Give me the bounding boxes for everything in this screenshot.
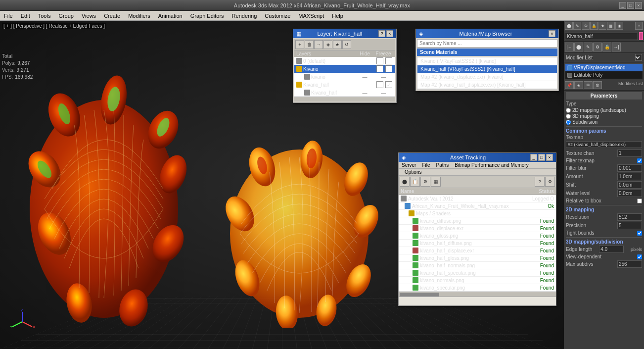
asset-item-half-normals[interactable]: kivano_half_normals.png Found — [399, 262, 556, 269]
asset-submenu-options[interactable]: Options — [402, 169, 424, 175]
asset-menu-server[interactable]: Server — [399, 162, 419, 168]
asset-item-half-displace[interactable]: kivano_half_displace.exr Found — [399, 247, 556, 254]
layer-item-default[interactable]: 0 (default) — [294, 57, 395, 65]
material-panel-controls[interactable]: × — [549, 30, 555, 37]
layer-freeze-kivano[interactable] — [385, 65, 392, 72]
asset-btn-4[interactable]: ▦ — [431, 177, 441, 187]
filter-texmap-checkbox[interactable] — [637, 158, 642, 163]
layer-delete-btn[interactable]: 🗑 — [305, 40, 314, 49]
texture-chan-input[interactable] — [617, 150, 642, 157]
asset-menu-bitmap[interactable]: Bitmap Performance and Memory — [452, 162, 532, 168]
rp-tb-3[interactable]: ✎ — [584, 43, 593, 51]
window-controls[interactable]: _ □ × — [619, 2, 642, 9]
object-color-swatch[interactable] — [639, 32, 643, 40]
layer-item-half[interactable]: Kivano_half ✓ — [294, 81, 395, 89]
menu-create[interactable]: Create — [100, 11, 124, 20]
layer-item-kivano[interactable]: Kivano — [294, 65, 395, 73]
layer-refresh-btn[interactable]: ↺ — [342, 40, 351, 49]
asset-menu-file[interactable]: File — [419, 162, 433, 168]
asset-item-gloss[interactable]: kivano_gloss.png Found — [399, 232, 556, 240]
rp-icon-6[interactable]: ▦ — [607, 22, 615, 30]
menu-modifiers[interactable]: Modifiers — [124, 11, 154, 20]
rp-icon-2[interactable]: ✎ — [573, 22, 581, 30]
asset-menu-paths[interactable]: Paths — [433, 162, 452, 168]
filter-blur-input[interactable] — [617, 164, 642, 172]
asset-btn-3[interactable]: ⚙ — [420, 177, 430, 187]
asset-btn-help[interactable]: ? — [535, 177, 545, 187]
menu-views[interactable]: Views — [78, 11, 100, 20]
modifier-list-dropdown[interactable]: ▼ — [635, 54, 642, 61]
layer-freeze-half[interactable]: ✓ — [385, 81, 392, 88]
rp-icon-3[interactable]: ⚙ — [582, 22, 590, 30]
edge-length-input[interactable] — [599, 246, 624, 253]
asset-item-max[interactable]: African_Kivano_Fruit_Whole_Half_vray.max… — [399, 202, 556, 210]
material-panel-title-bar[interactable]: ◈ Material/Map Browser × — [416, 29, 558, 38]
precision-input[interactable] — [617, 222, 642, 229]
type-subdiv-input[interactable] — [566, 120, 571, 125]
material-item-3[interactable]: Map #2 (kivano_displace.exr) [kivano] — [417, 73, 557, 81]
asset-item-half-gloss[interactable]: kivano_half_gloss.png Found — [399, 254, 556, 262]
amount-input[interactable] — [617, 173, 642, 180]
minimize-button[interactable]: _ — [619, 2, 626, 9]
layer-hide-half[interactable] — [376, 81, 383, 88]
menu-graph-editors[interactable]: Graph Editors — [186, 11, 228, 20]
layer-panel-controls[interactable]: ? × — [378, 30, 393, 37]
layer-item-half-obj[interactable]: Kivano_half — — — [294, 89, 395, 97]
close-button[interactable]: × — [635, 2, 642, 9]
menu-help[interactable]: Help — [328, 11, 347, 20]
rp-icon-5[interactable]: ★ — [598, 22, 606, 30]
menu-animation[interactable]: Animation — [154, 11, 186, 20]
asset-btn-2[interactable]: 📋 — [410, 177, 420, 187]
menu-rendering[interactable]: Rendering — [228, 11, 261, 20]
asset-item-specular[interactable]: kivano_specular.png Found — [399, 284, 556, 292]
asset-item-diffuse[interactable]: kivano_diffuse.png Found — [399, 217, 556, 225]
layer-current-btn[interactable]: ★ — [333, 40, 342, 49]
asset-panel-close-btn[interactable]: × — [546, 154, 553, 161]
menu-maxscript[interactable]: MAXScript — [294, 11, 328, 20]
asset-item-normals[interactable]: kivano_normals.png Found — [399, 277, 556, 284]
rp-icon-1[interactable]: ⬤ — [565, 22, 573, 30]
max-subdivs-input[interactable] — [617, 260, 642, 268]
rp-icon-8[interactable]: ? — [635, 22, 643, 30]
modifier-item-vray[interactable]: VRayDisplacementMod — [565, 64, 643, 71]
stack-delete-btn[interactable]: 🗑 — [593, 81, 602, 89]
menu-group[interactable]: Group — [54, 11, 78, 20]
layer-new-btn[interactable]: + — [295, 40, 304, 49]
asset-btn-settings[interactable]: ⚙ — [545, 177, 555, 187]
menu-file[interactable]: File — [0, 11, 17, 20]
menu-tools[interactable]: Tools — [34, 11, 55, 20]
rp-tb-1[interactable]: |← — [565, 43, 574, 51]
resolution-input[interactable] — [617, 213, 642, 221]
asset-panel-title-bar[interactable]: ◈ Asset Tracking _ □ × — [399, 153, 556, 162]
asset-panel-controls[interactable]: _ □ × — [530, 154, 553, 161]
layer-panel-title-bar[interactable]: ▦ Layer: Kivano_half ? × — [293, 29, 396, 38]
type-2d-radio[interactable]: 2D mapping (landscape) — [566, 107, 642, 113]
layer-hide-kivano[interactable] — [376, 65, 383, 72]
shift-input[interactable] — [617, 181, 642, 189]
layer-add-selection-btn[interactable]: → — [314, 40, 323, 49]
layer-panel-help-btn[interactable]: ? — [378, 30, 385, 37]
view-dependent-checkbox[interactable] — [637, 254, 642, 259]
asset-item-maps[interactable]: Maps / Shaders — [399, 210, 556, 217]
rp-tb-5[interactable]: 🔒 — [602, 43, 611, 51]
asset-item-vault[interactable]: Autodesk Vault 2012 Logged O — [399, 195, 556, 202]
material-item-2[interactable]: Kivano_half (VRayFastSSS2) [Kivano_half] — [417, 65, 557, 73]
material-item-4[interactable]: Map #2 (kivano_half_displace.exr) [Kivan… — [417, 81, 557, 89]
asset-panel-min-btn[interactable]: _ — [530, 154, 537, 161]
asset-item-half-specular[interactable]: kivano_half_specular.png Found — [399, 269, 556, 277]
relative-bbox-checkbox[interactable] — [637, 199, 642, 203]
rp-tb-6[interactable]: →| — [612, 43, 621, 51]
material-search-input[interactable] — [417, 39, 557, 48]
type-subdiv-radio[interactable]: Subdivision — [566, 119, 642, 125]
rp-tb-2[interactable]: ⬤ — [574, 43, 583, 51]
menu-edit[interactable]: Edit — [17, 11, 34, 20]
material-item-1[interactable]: Kivano ( VRayFastSSS2 ) [kivano] — [417, 57, 557, 65]
asset-item-half-diffuse[interactable]: kivano_half_diffuse.png Found — [399, 240, 556, 247]
asset-panel-max-btn[interactable]: □ — [538, 154, 545, 161]
material-panel-close-btn[interactable]: × — [549, 30, 555, 37]
maximize-button[interactable]: □ — [627, 2, 634, 9]
layer-item-kivano-obj[interactable]: kivano — — — [294, 73, 395, 81]
layer-panel-close-btn[interactable]: × — [386, 30, 393, 37]
rp-icon-7[interactable]: ◉ — [615, 22, 623, 30]
water-level-input[interactable] — [617, 190, 642, 197]
